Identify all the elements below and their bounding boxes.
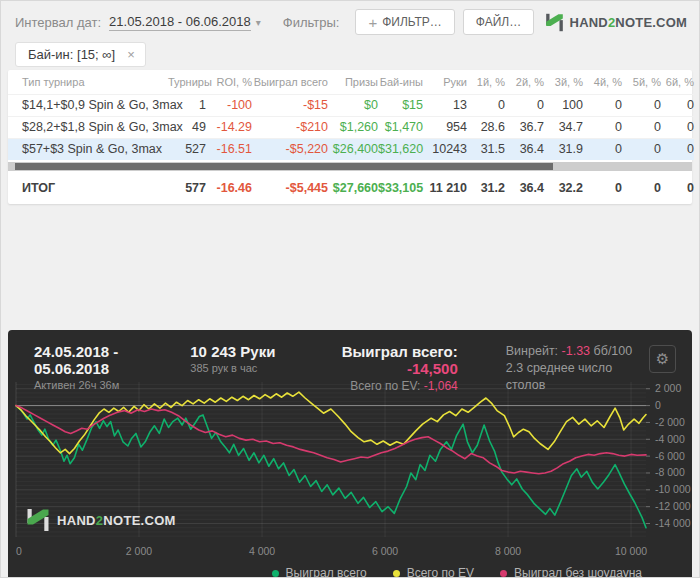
- cell-4th: 0: [583, 138, 622, 160]
- close-icon[interactable]: ×: [127, 47, 135, 62]
- cell-5th: 0: [622, 173, 661, 202]
- col-header: Турниры: [168, 70, 206, 94]
- cell-buyins: $31,620: [378, 138, 423, 160]
- won-total-value: -14,500: [407, 360, 458, 377]
- hands-per-hour: 385 рук в час: [190, 362, 293, 374]
- cell-buyins: $15: [378, 94, 423, 116]
- legend-label: Всего по EV: [407, 566, 474, 578]
- gear-icon: ⚙: [656, 350, 669, 368]
- svg-text:-4 000: -4 000: [655, 433, 685, 445]
- cell-6th: 0: [661, 173, 694, 202]
- legend-dot-yellow: [393, 570, 400, 577]
- table-row[interactable]: $14,1+$0,9 Spin & Go, 3max 1 -100 -$15 $…: [8, 94, 694, 116]
- cell-6th: 0: [661, 116, 694, 138]
- table-header-row: Тип турнира Турниры ROI, % Выиграл всего…: [8, 70, 694, 94]
- cell-prizes: $26,400: [328, 138, 378, 160]
- file-button-label: ФАЙЛ…: [476, 15, 521, 29]
- legend-dot-green: [272, 570, 279, 577]
- winrate-label: Винрейт:: [506, 344, 558, 358]
- legend-item-no-showdown[interactable]: Выиграл без шоудауна: [500, 566, 642, 578]
- svg-text:-6 000: -6 000: [655, 450, 685, 462]
- watermark-text: HAND2NOTE.COM: [57, 513, 176, 528]
- table-row[interactable]: $28,2+$1,8 Spin & Go, 3max 49 -14.29 -$2…: [8, 116, 694, 138]
- svg-text:-2 000: -2 000: [655, 416, 685, 428]
- cell-buyins: $33,105: [378, 173, 423, 202]
- cell-tournament-type: $14,1+$0,9 Spin & Go, 3max: [8, 94, 168, 116]
- cell-tournament-type: $57+$3 Spin & Go, 3max: [8, 138, 168, 160]
- cell-4th: 0: [583, 173, 622, 202]
- cell-prizes: $27,660: [328, 173, 378, 202]
- cell-5th: 0: [622, 138, 661, 160]
- chart-area: 2 0000-2 000-4 000-6 000-8 000-10 000-12…: [8, 380, 692, 564]
- chart-legend: Выиграл всего Всего по EV Выиграл без шо…: [8, 564, 692, 578]
- svg-text:8 000: 8 000: [495, 545, 521, 557]
- winrate-unit: бб/100: [594, 344, 633, 358]
- settings-button[interactable]: ⚙: [649, 345, 676, 373]
- date-range-value[interactable]: 21.05.2018 - 06.06.2018: [109, 14, 251, 31]
- won-total-label: Выиграл всего:: [342, 343, 458, 360]
- cell-hands: 10243: [423, 138, 467, 160]
- svg-text:-8 000: -8 000: [655, 466, 685, 478]
- cell-tournaments: 527: [168, 138, 206, 160]
- col-header: 5й, %: [622, 70, 661, 94]
- chevron-down-icon: ▾: [256, 17, 261, 28]
- graph-panel: 24.05.2018 - 05.06.2018 Активен 26ч 36м …: [8, 330, 692, 578]
- col-header: 3й, %: [544, 70, 583, 94]
- buyin-filter-chip[interactable]: Бай-ин: [15; ∞] ×: [15, 42, 146, 67]
- cell-prizes: $0: [328, 94, 378, 116]
- cell-3rd: 31.9: [544, 138, 583, 160]
- graph-panel-header: 24.05.2018 - 05.06.2018 Активен 26ч 36м …: [8, 330, 692, 380]
- results-table: Тип турнира Турниры ROI, % Выиграл всего…: [8, 70, 694, 160]
- svg-text:-14 000: -14 000: [655, 517, 691, 529]
- svg-text:4 000: 4 000: [249, 545, 275, 557]
- svg-text:10 000: 10 000: [615, 545, 647, 557]
- col-header: ROI, %: [206, 70, 252, 94]
- cell-hands: 13: [423, 94, 467, 116]
- brand-text: HAND2NOTE.COM: [570, 15, 687, 30]
- svg-text:2 000: 2 000: [655, 382, 681, 394]
- horizontal-scrollbar[interactable]: [8, 162, 692, 171]
- totals-table: ИТОГ 577 -16.46 -$5,445 $27,660 $33,105 …: [8, 173, 694, 202]
- cell-6th: 0: [661, 138, 694, 160]
- cell-won-total: -$15: [252, 94, 328, 116]
- filter-chip-row: Бай-ин: [15; ∞] ×: [1, 35, 699, 66]
- cell-roi: -100: [206, 94, 252, 116]
- table-row-selected[interactable]: $57+$3 Spin & Go, 3max 527 -16.51 -$5,22…: [8, 138, 694, 160]
- col-header: 6й, %: [661, 70, 694, 94]
- legend-label: Выиграл без шоудауна: [514, 566, 642, 578]
- results-table-card: Тип турнира Турниры ROI, % Выиграл всего…: [8, 70, 692, 204]
- add-filter-button[interactable]: + ФИЛЬТР…: [355, 9, 454, 35]
- hand2note-icon: [545, 13, 564, 32]
- col-header: 1й, %: [467, 70, 505, 94]
- col-header: Призы: [328, 70, 378, 94]
- file-button[interactable]: ФАЙЛ…: [463, 9, 534, 35]
- session-date-range: 24.05.2018 - 05.06.2018: [34, 343, 190, 377]
- cell-6th: 0: [661, 94, 694, 116]
- legend-item-ev[interactable]: Всего по EV: [393, 566, 474, 578]
- cell-roi: -16.46: [206, 173, 252, 202]
- brand-logo: HAND2NOTE.COM: [545, 13, 687, 32]
- cell-2nd: 0: [505, 94, 544, 116]
- hands-block: 10 243 Руки 385 рук в час: [190, 343, 293, 380]
- col-header: Руки: [423, 70, 467, 94]
- cell-2nd: 36.4: [505, 138, 544, 160]
- chart-watermark: HAND2NOTE.COM: [26, 508, 176, 532]
- svg-text:-10 000: -10 000: [655, 483, 691, 495]
- legend-dot-pink: [500, 570, 507, 577]
- col-header: 2й, %: [505, 70, 544, 94]
- interval-label: Интервал дат:: [15, 15, 101, 30]
- cell-buyins: $1,470: [378, 116, 423, 138]
- cell-1st: 28.6: [467, 116, 505, 138]
- date-range-selector[interactable]: 21.05.2018 - 06.06.2018 ▾: [109, 14, 261, 31]
- cell-1st: 0: [467, 94, 505, 116]
- cell-1st: 31.2: [467, 173, 505, 202]
- legend-item-won-total[interactable]: Выиграл всего: [272, 566, 367, 578]
- svg-text:6 000: 6 000: [372, 545, 398, 557]
- cell-2nd: 36.4: [505, 173, 544, 202]
- add-filter-button-label: ФИЛЬТР…: [382, 15, 442, 29]
- cell-prizes: $1,260: [328, 116, 378, 138]
- scrollbar-thumb[interactable]: [15, 163, 553, 170]
- cell-1st: 31.5: [467, 138, 505, 160]
- cell-3rd: 34.7: [544, 116, 583, 138]
- buyin-filter-label: Бай-ин: [15; ∞]: [28, 47, 115, 62]
